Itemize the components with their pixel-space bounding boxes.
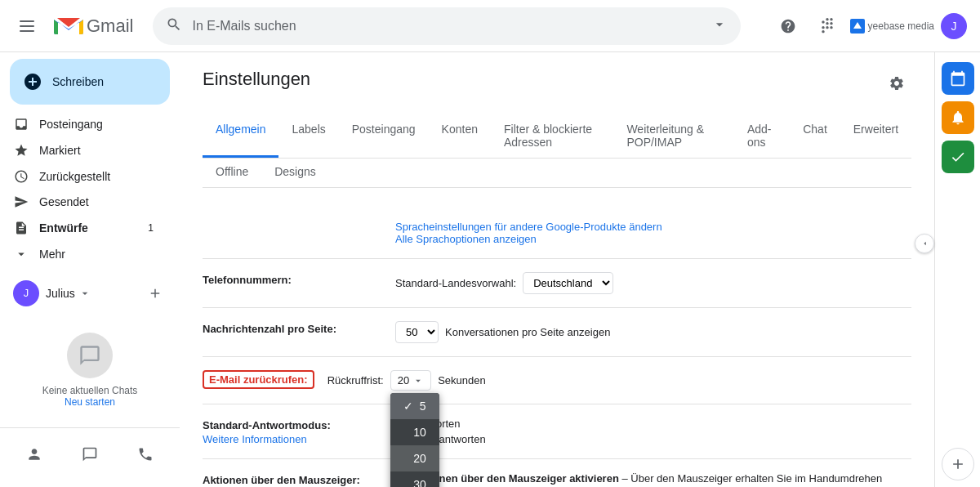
- top-bar: Gmail: [0, 0, 980, 52]
- sidebar-inbox-label: Posteingang: [39, 118, 154, 131]
- sidebar-drafts-label: Entwürfe: [39, 221, 138, 235]
- tab-erweitert[interactable]: Erweitert: [840, 116, 911, 158]
- user-avatar[interactable]: J: [941, 13, 967, 39]
- svg-rect-0: [20, 20, 34, 22]
- settings-gear-button[interactable]: [882, 69, 911, 98]
- antwortmodus-label: Standard-Antwortmodus: Weitere Informati…: [203, 418, 382, 445]
- tab-weiterleitung[interactable]: Weiterleitung & POP/IMAP: [613, 116, 734, 158]
- checkmark-5: ✓: [403, 400, 413, 413]
- rueckruffrist-trigger[interactable]: 20: [390, 370, 431, 391]
- sprache-row: Spracheinstellungen für andere Google-Pr…: [203, 208, 911, 259]
- tasks-icon-btn[interactable]: [942, 141, 974, 173]
- main-content: Einstellungen Allgemein Labels Posteinga…: [180, 52, 934, 487]
- search-icon: [166, 16, 182, 35]
- sidebar-item-inbox[interactable]: Posteingang: [0, 111, 167, 137]
- search-input[interactable]: [192, 19, 702, 34]
- app-container: Gmail: [0, 0, 980, 487]
- chat-empty-text: Keine aktuellen Chats: [42, 385, 138, 396]
- dropdown-option-20[interactable]: 20: [390, 445, 439, 471]
- yeebase-icon: [850, 19, 865, 34]
- email-zurueck-value: Rückruffrist: 20 ✓ 5: [327, 370, 911, 391]
- hamburger-menu[interactable]: [13, 12, 41, 40]
- nachrichten-label: Nachrichtenzahl pro Seite:: [203, 321, 382, 335]
- sidebar-item-drafts[interactable]: Entwürfe 1: [0, 215, 167, 241]
- sidebar-item-starred[interactable]: Markiert: [0, 137, 167, 163]
- tab-allgemein[interactable]: Allgemein: [203, 116, 278, 158]
- sub-tab-designs[interactable]: Designs: [261, 159, 329, 187]
- add-account-button[interactable]: [144, 282, 167, 305]
- user-section[interactable]: J Julius: [0, 274, 180, 313]
- landesvorwahl-select[interactable]: Deutschland: [523, 272, 613, 294]
- sidebar-sent-label: Gesendet: [39, 195, 154, 208]
- compose-label: Schreiben: [52, 75, 104, 88]
- sekunden-label: Sekunden: [438, 374, 486, 386]
- sidebar-bottom: [0, 427, 180, 480]
- tab-chat[interactable]: Chat: [790, 116, 840, 158]
- nachrichten-value: 50 Konversationen pro Seite anzeigen: [395, 321, 911, 343]
- tab-filter[interactable]: Filter & blockierte Adressen: [491, 116, 613, 158]
- svg-rect-1: [20, 25, 34, 27]
- sub-tab-offline[interactable]: Offline: [203, 159, 261, 187]
- help-button[interactable]: [772, 10, 804, 42]
- drafts-count: 1: [148, 222, 154, 234]
- email-zurueck-row: E-Mail zurückrufen: Rückruffrist: 20: [203, 357, 911, 404]
- sidebar-item-snoozed[interactable]: Zurückgestellt: [0, 163, 167, 190]
- sidebar-item-more[interactable]: Mehr: [0, 241, 167, 267]
- telefon-value: Standard-Landesvorwahl: Deutschland: [395, 272, 911, 294]
- mauszeiger-row: Aktionen über den Mauszeiger: Aktionen ü…: [203, 459, 911, 487]
- chat-icon-btn[interactable]: [74, 438, 106, 471]
- top-actions: yeebase media J: [772, 10, 967, 42]
- rueckruffrist-value: 20: [398, 374, 409, 386]
- antwortmodus-option-2: Allen antworten: [395, 433, 911, 445]
- sidebar-username: Julius: [46, 287, 75, 300]
- send-icon: [13, 194, 29, 210]
- antwortmodus-text: Standard-Antwortmodus:: [203, 419, 382, 431]
- draft-icon: [13, 220, 29, 236]
- tab-konten[interactable]: Konten: [429, 116, 491, 158]
- people-icon-btn[interactable]: [18, 438, 51, 471]
- calendar-icon-btn[interactable]: [942, 62, 974, 95]
- star-icon: [13, 142, 29, 159]
- chevron-down-icon: [13, 246, 29, 262]
- right-panel: [934, 52, 980, 487]
- telefon-label: Telefonnummern:: [203, 272, 382, 286]
- mauszeiger-label: Aktionen über den Mauszeiger:: [203, 472, 382, 486]
- expand-icon: [919, 238, 930, 249]
- chat-empty-icon: [67, 333, 113, 378]
- option-5-label: 5: [420, 400, 426, 413]
- gmail-logo-icon: [54, 15, 83, 38]
- sprache-link-2[interactable]: Alle Sprachoptionen anzeigen: [395, 233, 911, 245]
- nachrichten-row: Nachrichtenzahl pro Seite: 50 Konversati…: [203, 308, 911, 357]
- sidebar-item-sent[interactable]: Gesendet: [0, 189, 167, 215]
- rueckruffrist-dropdown: ✓ 5 10 20: [390, 393, 439, 487]
- apps-button[interactable]: [811, 10, 844, 42]
- antwortmodus-value: Antworten Allen antworten: [395, 418, 911, 445]
- telefon-prefix: Standard-Landesvorwahl:: [395, 277, 516, 289]
- compose-plus-icon: [23, 72, 42, 92]
- rueckruffrist-dropdown-icon: [412, 375, 424, 386]
- phone-icon-btn[interactable]: [129, 438, 162, 471]
- clock-icon: [13, 168, 29, 185]
- notifications-icon-btn[interactable]: [942, 101, 974, 134]
- dropdown-option-5[interactable]: ✓ 5: [390, 393, 439, 419]
- brand-name: yeebase media: [868, 20, 934, 32]
- antwortmodus-link[interactable]: Weitere Informationen: [203, 433, 382, 445]
- telefon-row: Telefonnummern: Standard-Landesvorwahl: …: [203, 259, 911, 308]
- search-dropdown-icon[interactable]: [711, 16, 728, 35]
- tab-labels[interactable]: Labels: [278, 116, 338, 158]
- expand-panel-button[interactable]: [915, 234, 934, 253]
- sprache-link-1[interactable]: Spracheinstellungen für andere Google-Pr…: [395, 221, 911, 233]
- dropdown-option-10[interactable]: 10: [390, 419, 439, 445]
- dropdown-option-30[interactable]: 30: [390, 471, 439, 487]
- add-app-button[interactable]: [942, 448, 974, 480]
- compose-button[interactable]: Schreiben: [10, 59, 170, 105]
- search-bar: [153, 7, 741, 45]
- email-zurueck-label: E-Mail zurückrufen:: [203, 370, 314, 389]
- sidebar: Schreiben Posteingang Markiert Zurückge: [0, 52, 180, 487]
- sidebar-more-label: Mehr: [39, 248, 154, 261]
- tab-posteingang[interactable]: Posteingang: [339, 116, 429, 158]
- chat-new-link[interactable]: Neu starten: [65, 396, 115, 408]
- user-dropdown-icon: [78, 287, 91, 300]
- nachrichten-count-select[interactable]: 50: [395, 321, 439, 343]
- tab-addons[interactable]: Add-ons: [734, 116, 790, 158]
